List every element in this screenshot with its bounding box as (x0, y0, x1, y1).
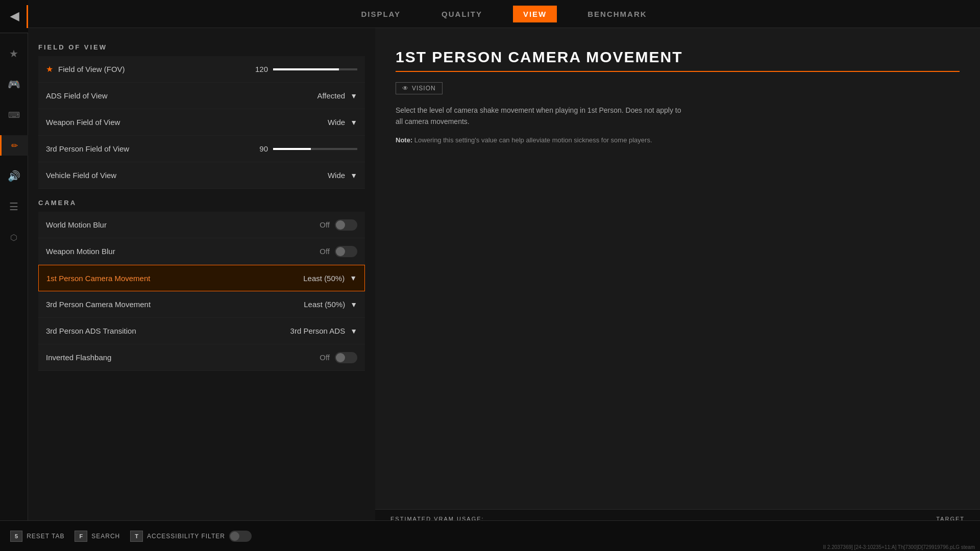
sidebar-icon-keyboard[interactable]: ⌨ (4, 105, 24, 125)
back-button[interactable]: ◀ (10, 10, 19, 23)
fov-slider-container[interactable]: 120 (250, 65, 357, 73)
setting-row-inverted-flashbang[interactable]: Inverted Flashbang Off (38, 344, 365, 371)
setting-row-fov[interactable]: ★ Field of View (FOV) 120 (38, 56, 365, 83)
detail-note-label: Note: (396, 136, 412, 144)
badge-label: VISION (412, 85, 436, 92)
detail-description: Select the level of camera shake movemen… (396, 105, 681, 128)
weapon-fov-value: Wide (328, 118, 345, 127)
world-blur-toggle-container: Off (320, 219, 357, 231)
setting-value-1p-cam: Least (50%) ▼ (229, 274, 357, 283)
3p-fov-value: 90 (250, 144, 268, 153)
3p-ads-dropdown-arrow: ▼ (350, 327, 357, 335)
fov-slider-fill (273, 68, 339, 70)
setting-label-weapon-fov: Weapon Field of View (46, 118, 230, 127)
section-title-fov: FIELD OF VIEW (38, 43, 365, 51)
weapon-fov-dropdown-arrow: ▼ (350, 118, 357, 127)
weapon-blur-toggle[interactable] (335, 246, 357, 257)
world-blur-toggle-knob (336, 220, 345, 230)
sidebar-icon-controller[interactable]: 🎮 (4, 74, 24, 94)
ads-fov-dropdown-arrow: ▼ (350, 92, 357, 100)
setting-value-inverted-flashbang: Off (230, 352, 357, 363)
vision-icon: 👁 (402, 85, 409, 92)
weapon-blur-toggle-container: Off (320, 246, 357, 257)
vehicle-fov-dropdown-arrow: ▼ (350, 171, 357, 180)
setting-value-weapon-fov: Wide ▼ (230, 118, 357, 127)
sidebar-icon-graphics[interactable]: ✏ (0, 135, 28, 156)
setting-label-vehicle-fov: Vehicle Field of View (46, 171, 230, 180)
world-blur-toggle[interactable] (335, 219, 357, 231)
sidebar-icon-favorites[interactable]: ★ (4, 43, 24, 64)
setting-row-weapon-motion-blur[interactable]: Weapon Motion Blur Off (38, 238, 365, 265)
tab-navigation: DISPLAY QUALITY VIEW BENCHMARK (28, 0, 980, 28)
accessibility-toggle-knob (230, 532, 239, 541)
setting-label-ads-fov: ADS Field of View (46, 91, 230, 100)
accessibility-button[interactable]: T ACCESSIBILITY FILTER (130, 531, 252, 542)
flashbang-toggle-knob (336, 353, 345, 362)
tab-view[interactable]: VIEW (513, 6, 557, 22)
accessibility-toggle[interactable] (229, 531, 252, 542)
setting-value-weapon-motion-blur: Off (230, 246, 357, 257)
3p-fov-slider-fill (273, 148, 311, 150)
accessibility-label: ACCESSIBILITY FILTER (147, 533, 225, 540)
setting-row-3p-ads[interactable]: 3rd Person ADS Transition 3rd Person ADS… (38, 318, 365, 344)
flashbang-toggle[interactable] (335, 352, 357, 363)
setting-label-fov: Field of View (FOV) (58, 65, 230, 73)
fov-value: 120 (250, 65, 268, 73)
detail-panel: 1st Person Camera Movement 👁 VISION Sele… (375, 28, 980, 551)
world-blur-value: Off (320, 220, 330, 229)
setting-value-3p-fov: 90 (230, 144, 357, 153)
flashbang-toggle-container: Off (320, 352, 357, 363)
3p-cam-dropdown-arrow: ▼ (350, 300, 357, 309)
3p-cam-value: Least (50%) (304, 300, 345, 309)
setting-row-weapon-fov[interactable]: Weapon Field of View Wide ▼ (38, 109, 365, 136)
fov-slider-track[interactable] (273, 68, 357, 70)
detail-note: Note: Lowering this setting's value can … (396, 135, 681, 146)
section-title-camera: CAMERA (38, 199, 365, 207)
ads-fov-value: Affected (317, 91, 345, 100)
setting-label-1p-cam: 1st Person Camera Movement (46, 274, 229, 283)
search-button[interactable]: F SEARCH (75, 531, 120, 542)
vehicle-fov-value: Wide (328, 171, 345, 180)
bottom-bar: 5 RESET TAB F SEARCH T ACCESSIBILITY FIL… (0, 520, 980, 551)
setting-value-fov: 120 (230, 65, 357, 73)
3p-fov-slider-track[interactable] (273, 148, 357, 150)
setting-row-1p-cam[interactable]: 1st Person Camera Movement Least (50%) ▼ (38, 265, 365, 291)
setting-value-3p-cam: Least (50%) ▼ (230, 300, 357, 309)
sidebar-icon-interface[interactable]: ☰ (4, 196, 24, 217)
search-key: F (75, 531, 87, 542)
tab-display[interactable]: DISPLAY (351, 6, 411, 22)
setting-label-3p-ads: 3rd Person ADS Transition (46, 327, 230, 335)
setting-value-3p-ads: 3rd Person ADS ▼ (230, 327, 357, 335)
setting-label-3p-fov: 3rd Person Field of View (46, 144, 230, 153)
setting-label-weapon-motion-blur: Weapon Motion Blur (46, 247, 230, 256)
favorite-icon: ★ (46, 64, 53, 74)
flashbang-value: Off (320, 353, 330, 362)
reset-label: RESET TAB (27, 533, 64, 540)
setting-row-world-motion-blur[interactable]: World Motion Blur Off (38, 212, 365, 238)
setting-row-vehicle-fov[interactable]: Vehicle Field of View Wide ▼ (38, 162, 365, 189)
reset-key: 5 (10, 531, 22, 542)
sidebar-icon-audio[interactable]: 🔊 (4, 166, 24, 186)
setting-row-ads-fov[interactable]: ADS Field of View Affected ▼ (38, 83, 365, 109)
1p-cam-dropdown-arrow: ▼ (350, 274, 357, 282)
weapon-blur-value: Off (320, 247, 330, 256)
setting-value-world-motion-blur: Off (230, 219, 357, 231)
reset-tab-button[interactable]: 5 RESET TAB (10, 531, 64, 542)
setting-row-3p-fov[interactable]: 3rd Person Field of View 90 (38, 136, 365, 162)
search-label: SEARCH (91, 533, 120, 540)
tab-benchmark[interactable]: BENCHMARK (577, 6, 657, 22)
setting-label-world-motion-blur: World Motion Blur (46, 220, 230, 229)
setting-value-ads-fov: Affected ▼ (230, 91, 357, 100)
3p-fov-slider-container[interactable]: 90 (250, 144, 357, 153)
detail-title: 1st Person Camera Movement (396, 48, 960, 72)
sidebar-icon-accessibility[interactable]: ⬡ (4, 227, 24, 247)
setting-row-3p-cam[interactable]: 3rd Person Camera Movement Least (50%) ▼ (38, 291, 365, 318)
status-bar: II 2.2037369] [24-3:10235+11:A] Th[7300]… (818, 543, 980, 551)
accessibility-key: T (130, 531, 143, 542)
tab-quality[interactable]: QUALITY (431, 6, 493, 22)
setting-value-vehicle-fov: Wide ▼ (230, 171, 357, 180)
sidebar: ★ 🎮 ⌨ ✏ 🔊 ☰ ⬡ (0, 33, 28, 520)
detail-note-text: Lowering this setting's value can help a… (414, 136, 652, 144)
settings-panel: FIELD OF VIEW ★ Field of View (FOV) 120 … (28, 28, 375, 551)
detail-badge: 👁 VISION (396, 82, 443, 94)
